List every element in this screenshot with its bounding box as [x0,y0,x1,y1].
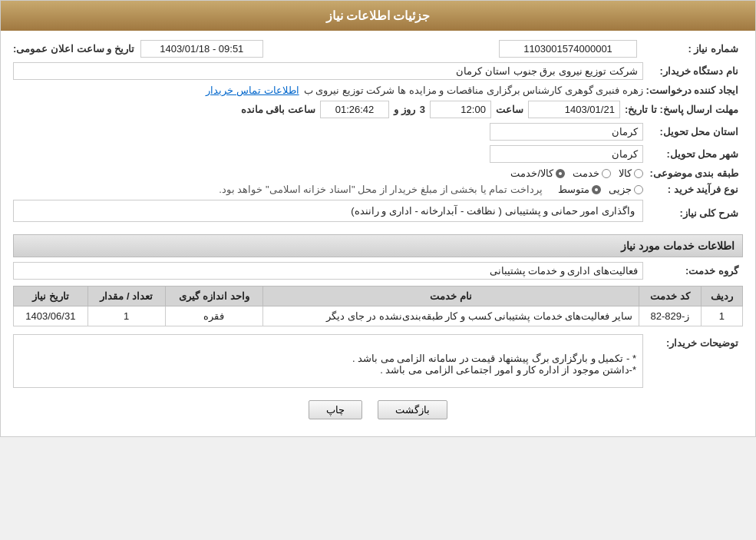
main-content: شماره نیاز : 1103001574000001 1403/01/18… [1,31,755,436]
cell-name: سایر فعالیت‌های خدمات پشتیبانی کسب و کار… [263,306,639,326]
process-row: نوع فرآیند خرید : جزیی متوسط پرداخت تمام… [13,184,743,195]
city-value: کرمان [490,145,643,163]
radio-kala-icon [634,169,643,178]
org-name-row: نام دستگاه خریدار: شرکت توزیع نیروی برق … [13,62,743,80]
cell-code: ز-829-82 [639,306,702,326]
table-head: ردیف کد خدمت نام خدمت واحد اندازه گیری ت… [14,287,743,306]
org-name-value: شرکت توزیع نیروی برق جنوب استان کرمان [13,62,643,80]
description-label: شرح کلی نیاز: [643,207,743,219]
announce-date-value: 1403/01/18 - 09:51 [140,40,263,58]
category-label: طبقه بندی موضوعی: [643,167,743,179]
creator-value: زهره فنبری گوهری کارشناس برگزاری مناقصات… [304,84,643,96]
description-row: شرح کلی نیاز: واگذاری امور حمانی و پشتیب… [13,200,743,227]
radio-khedmat-icon [602,169,611,178]
creator-link[interactable]: اطلاعات تماس خریدار [206,84,299,96]
remaining-label: ساعت باقی مانده [241,104,315,115]
need-number-row: شماره نیاز : 1103001574000001 1403/01/18… [13,40,743,58]
description-value: واگذاری امور حمانی و پشتیبانی ( نظافت - … [351,205,635,217]
process-options: جزیی متوسط پرداخت تمام یا بخشی از مبلغ خ… [219,184,643,195]
page-header: جزئیات اطلاعات نیاز [1,1,755,31]
col-qty: تعداد / مقدار [87,287,165,306]
comments-value: * - تکمیل و بارگزاری برگ پیشنهاد قیمت در… [352,353,636,376]
need-number-group: شماره نیاز : 1103001574000001 [499,40,743,58]
services-section-header: اطلاعات خدمات مورد نیاز [13,234,743,257]
announce-date-label: تاریخ و ساعت اعلان عمومی: [13,43,134,55]
radio-motavaset-icon [592,185,601,194]
city-row: شهر محل تحویل: کرمان [13,145,743,163]
table-body: 1 ز-829-82 سایر فعالیت‌های خدمات پشتیبان… [14,306,743,326]
service-group-row: گروه خدمت: فعالیت‌های اداری و خدمات پشتی… [13,262,743,280]
process-jozii: جزیی [609,184,643,195]
days-value: 3 [420,104,425,115]
category-kala-label: کالا [619,167,632,179]
remaining-value: 01:26:42 [320,101,389,118]
category-kala-khedmat: کالا/خدمت [510,167,565,179]
col-row: ردیف [701,287,742,306]
button-row: بازگشت چاپ [13,400,743,419]
print-button[interactable]: چاپ [309,400,362,419]
category-khedmat: خدمت [573,167,611,179]
radio-jozii-icon [634,185,643,194]
need-number-value: 1103001574000001 [499,40,637,58]
response-time-value: 12:00 [430,101,491,118]
col-date: تاریخ نیاز [14,287,88,306]
services-section-label: اطلاعات خدمات مورد نیاز [621,240,735,252]
page-title: جزئیات اطلاعات نیاز [326,9,431,22]
cell-unit: فقره [165,306,262,326]
province-value: کرمان [490,123,643,141]
col-code: کد خدمت [639,287,702,306]
announce-date-group: 1403/01/18 - 09:51 تاریخ و ساعت اعلان عم… [13,40,263,58]
creator-row: ایجاد کننده درخواست: زهره فنبری گوهری کا… [13,84,743,96]
comments-row: توضیحات خریدار: * - تکمیل و بارگزاری برگ… [13,334,743,388]
description-box: واگذاری امور حمانی و پشتیبانی ( نظافت - … [13,200,643,222]
process-note: پرداخت تمام یا بخشی از مبلغ خریدار از مح… [219,184,543,195]
radio-kala-khedmat-icon [556,169,565,178]
back-button[interactable]: بازگشت [378,400,447,419]
response-date-row: مهلت ارسال پاسخ: تا تاریخ: 1403/01/21 سا… [13,101,743,118]
process-jozii-label: جزیی [609,184,632,195]
cell-date: 1403/06/31 [14,306,88,326]
response-date-value: 1403/01/21 [528,101,620,118]
cell-qty: 1 [87,306,165,326]
process-motavaset-label: متوسط [558,184,589,195]
process-label: نوع فرآیند خرید : [643,184,743,195]
cell-row: 1 [701,306,742,326]
need-number-label: شماره نیاز : [643,43,743,55]
col-name: نام خدمت [263,287,639,306]
table-row: 1 ز-829-82 سایر فعالیت‌های خدمات پشتیبان… [14,306,743,326]
creator-label: ایجاد کننده درخواست: [643,84,743,96]
city-label: شهر محل تحویل: [643,148,743,160]
process-motavaset: متوسط [558,184,601,195]
response-date-label: مهلت ارسال پاسخ: تا تاریخ: [625,104,743,115]
service-group-label: گروه خدمت: [643,265,743,277]
service-group-value: فعالیت‌های اداری و خدمات پشتیبانی [13,262,643,280]
category-kala: کالا [619,167,643,179]
province-row: استان محل تحویل: کرمان [13,123,743,141]
services-table: ردیف کد خدمت نام خدمت واحد اندازه گیری ت… [13,286,743,326]
category-row: طبقه بندی موضوعی: کالا خدمت کالا/خدمت [13,167,743,179]
category-khedmat-label: خدمت [573,167,599,179]
comments-label: توضیحات خریدار: [643,334,743,349]
col-unit: واحد اندازه گیری [165,287,262,306]
days-label: روز و [394,104,415,115]
province-label: استان محل تحویل: [643,126,743,137]
org-name-label: نام دستگاه خریدار: [643,65,743,77]
category-kala-khedmat-label: کالا/خدمت [510,167,553,179]
category-options: کالا خدمت کالا/خدمت [510,167,643,179]
page-wrapper: جزئیات اطلاعات نیاز شماره نیاز : 1103001… [0,0,756,437]
comments-box: * - تکمیل و بارگزاری برگ پیشنهاد قیمت در… [13,334,643,388]
response-time-label: ساعت [496,104,523,115]
table-header-row: ردیف کد خدمت نام خدمت واحد اندازه گیری ت… [14,287,743,306]
